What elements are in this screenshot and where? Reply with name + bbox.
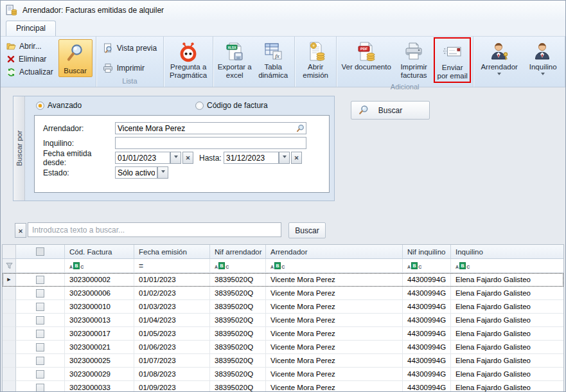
cell-nif-inquilino[interactable]: 44300994G	[403, 354, 451, 368]
cell-inquilino[interactable]: Elena Fajardo Galisteo	[451, 287, 563, 300]
cell-fecha-emision[interactable]: 01/09/2023	[134, 381, 210, 391]
cell-fecha-emision[interactable]: 01/05/2023	[134, 327, 210, 341]
cell-nif-inquilino[interactable]: 44300994G	[403, 381, 451, 391]
cell-fecha-emision[interactable]: 01/08/2023	[134, 368, 210, 381]
cell-nif-inquilino[interactable]: 44300994G	[403, 273, 451, 287]
dock-panel-caption[interactable]: Buscar por	[13, 96, 25, 200]
tenant-menu-button[interactable]: Inquilino	[523, 38, 563, 77]
fecha-desde-field[interactable]	[115, 152, 170, 164]
cell-nif-inquilino[interactable]: 44300994G	[403, 300, 451, 314]
fecha-hasta-field[interactable]	[224, 152, 279, 164]
cell-arrendador[interactable]: Vicente Mora Perez	[266, 273, 403, 287]
cell-cod-factura[interactable]: 3023000017	[65, 327, 134, 341]
cell-nif-arrendador[interactable]: 38395020Q	[210, 287, 266, 300]
fecha-desde-clear-button[interactable]	[182, 152, 193, 164]
row-checkbox[interactable]	[36, 357, 44, 365]
cell-arrendador[interactable]: Vicente Mora Perez	[266, 354, 403, 368]
cell-cod-factura[interactable]: 3023000029	[65, 368, 134, 381]
cell-fecha-emision[interactable]: 01/04/2023	[134, 314, 210, 327]
cell-fecha-emision[interactable]: 01/03/2023	[134, 300, 210, 314]
cell-inquilino[interactable]: Elena Fajardo Galisteo	[451, 341, 563, 354]
panel-search-button[interactable]: Buscar	[351, 101, 430, 120]
cell-arrendador[interactable]: Vicente Mora Perez	[266, 300, 403, 314]
filter-cell-arrendador[interactable]: ABC	[266, 259, 403, 273]
table-row[interactable]: 3023000002 01/01/2023 38395020Q Vicente …	[3, 273, 563, 287]
cell-nif-inquilino[interactable]: 44300994G	[403, 287, 451, 300]
cell-nif-arrendador[interactable]: 38395020Q	[210, 341, 266, 354]
row-checkbox[interactable]	[36, 330, 44, 338]
cell-cod-factura[interactable]: 3023000010	[65, 300, 134, 314]
table-row[interactable]: 3023000021 01/06/2023 38395020Q Vicente …	[3, 341, 563, 354]
row-checkbox[interactable]	[36, 289, 44, 298]
row-checkbox[interactable]	[36, 384, 44, 392]
cell-arrendador[interactable]: Vicente Mora Perez	[266, 327, 403, 341]
cell-arrendador[interactable]: Vicente Mora Perez	[266, 287, 403, 300]
cell-inquilino[interactable]: Elena Fajardo Galisteo	[451, 314, 563, 327]
cell-nif-arrendador[interactable]: 38395020Q	[210, 273, 266, 287]
landlord-menu-button[interactable]: Arrendador	[475, 38, 523, 77]
cell-cod-factura[interactable]: 3023000002	[65, 273, 134, 287]
header-select-all-checkbox-cell[interactable]	[16, 245, 65, 259]
filter-cell-cod[interactable]: ABC	[65, 259, 134, 273]
cell-arrendador[interactable]: Vicente Mora Perez	[266, 381, 403, 391]
filter-cell-checkbox[interactable]	[16, 259, 65, 273]
cell-cod-factura[interactable]: 3023000013	[65, 314, 134, 327]
pivot-table-button[interactable]: fx Tabla dinámica	[254, 38, 292, 80]
cell-inquilino[interactable]: Elena Fajardo Galisteo	[451, 381, 563, 391]
row-checkbox[interactable]	[36, 303, 44, 311]
row-checkbox-cell[interactable]	[16, 368, 65, 381]
column-header-cod-factura[interactable]: Cód. Factura	[65, 245, 134, 259]
cell-inquilino[interactable]: Elena Fajardo Galisteo	[451, 273, 563, 287]
radio-avanzado[interactable]: Avanzado	[36, 101, 82, 110]
cell-nif-arrendador[interactable]: 38395020Q	[210, 368, 266, 381]
cell-cod-factura[interactable]: 3023000033	[65, 381, 134, 391]
ask-pragmatica-button[interactable]: Pregunta a Pragmática	[166, 38, 211, 80]
send-email-button[interactable]: Enviar por email	[435, 39, 470, 82]
row-checkbox-cell[interactable]	[16, 273, 65, 287]
column-header-inquilino[interactable]: Inquilino	[451, 245, 563, 259]
inquilino-field[interactable]	[115, 137, 306, 149]
search-button-large[interactable]: Buscar	[58, 39, 93, 77]
filter-clear-button[interactable]	[15, 223, 26, 238]
cell-inquilino[interactable]: Elena Fajardo Galisteo	[451, 354, 563, 368]
cell-nif-arrendador[interactable]: 38395020Q	[210, 327, 266, 341]
cell-fecha-emision[interactable]: 01/06/2023	[134, 341, 210, 354]
column-header-nif-inquilino[interactable]: Nif inquilino	[403, 245, 451, 259]
fecha-hasta-dropdown-button[interactable]	[279, 152, 290, 164]
arrendador-field[interactable]	[115, 122, 306, 134]
select-all-checkbox[interactable]	[36, 247, 44, 256]
tab-principal[interactable]: Principal	[6, 21, 56, 36]
table-row[interactable]: 3023000017 01/05/2023 38395020Q Vicente …	[3, 327, 563, 341]
cell-nif-inquilino[interactable]: 44300994G	[403, 368, 451, 381]
search-input[interactable]	[28, 222, 281, 237]
cell-cod-factura[interactable]: 3023000006	[65, 287, 134, 300]
print-invoices-button[interactable]: Imprimir facturas	[394, 38, 434, 83]
lookup-magnifier-icon[interactable]	[296, 124, 305, 132]
filter-cell-fecha[interactable]: =	[134, 259, 210, 273]
cell-nif-arrendador[interactable]: 38395020Q	[210, 354, 266, 368]
cell-inquilino[interactable]: Elena Fajardo Galisteo	[451, 368, 563, 381]
cell-fecha-emision[interactable]: 01/01/2023	[134, 273, 210, 287]
table-row[interactable]: 3023000010 01/03/2023 38395020Q Vicente …	[3, 300, 563, 314]
export-excel-button[interactable]: XLSX Exportar a excel	[215, 38, 254, 80]
cell-nif-arrendador[interactable]: 38395020Q	[210, 314, 266, 327]
refresh-button[interactable]: Actualizar	[3, 66, 57, 78]
row-checkbox-cell[interactable]	[16, 354, 65, 368]
fecha-hasta-clear-button[interactable]	[291, 152, 302, 164]
table-row[interactable]: 3023000006 01/02/2023 38395020Q Vicente …	[3, 287, 563, 300]
row-checkbox-cell[interactable]	[16, 300, 65, 314]
column-header-nif-arrendador[interactable]: Nif arrendador	[210, 245, 266, 259]
open-button[interactable]: Abrir...	[3, 40, 57, 53]
delete-button[interactable]: Eliminar	[3, 53, 57, 66]
table-row[interactable]: 3023000033 01/09/2023 38395020Q Vicente …	[3, 381, 563, 391]
column-header-arrendador[interactable]: Arrendador	[266, 245, 403, 259]
column-header-fecha-emision[interactable]: Fecha emisión	[134, 245, 210, 259]
print-button[interactable]: Imprimir	[98, 61, 161, 75]
row-checkbox-cell[interactable]	[16, 287, 65, 300]
cell-nif-arrendador[interactable]: 38395020Q	[210, 381, 266, 391]
cell-arrendador[interactable]: Vicente Mora Perez	[266, 368, 403, 381]
radio-codigo-factura[interactable]: Código de factura	[195, 101, 268, 110]
cell-nif-inquilino[interactable]: 44300994G	[403, 341, 451, 354]
fecha-desde-dropdown-button[interactable]	[170, 152, 181, 164]
print-preview-button[interactable]: Vista previa	[98, 41, 161, 55]
